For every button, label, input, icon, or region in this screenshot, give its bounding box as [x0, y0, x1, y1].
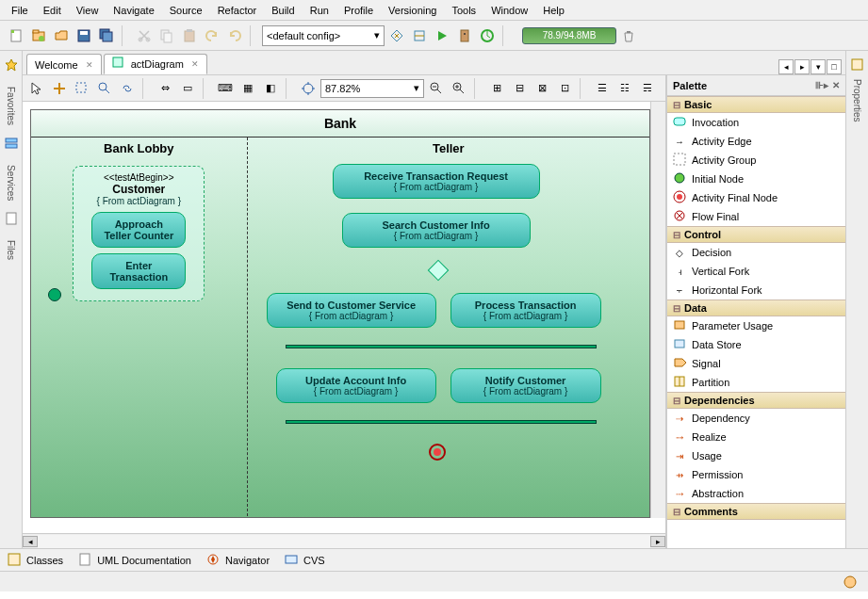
- lane-bank-lobby[interactable]: Bank Lobby <<testAtBegin>> Customer { Fr…: [31, 138, 248, 516]
- palette-group-control[interactable]: Control: [667, 226, 845, 243]
- palette-item-dependency[interactable]: ⇢Dependency: [667, 409, 845, 428]
- fork-bar-1[interactable]: [286, 345, 597, 348]
- palette-item-realize[interactable]: ⤍Realize: [667, 428, 845, 446]
- activity-notify[interactable]: Notify Customer { From actDiagram }: [450, 368, 601, 403]
- vertical-scrollbar[interactable]: [650, 102, 665, 518]
- memory-indicator[interactable]: 78.9/94.8MB: [522, 27, 616, 44]
- palette-item-partition[interactable]: Partition: [667, 373, 845, 392]
- pan-icon[interactable]: [49, 78, 70, 99]
- initial-node-icon[interactable]: [48, 288, 61, 301]
- rail-favorites[interactable]: Favorites: [6, 87, 16, 125]
- activity-update[interactable]: Update Account Info { From actDiagram }: [276, 368, 436, 403]
- tab-prev-icon[interactable]: ◂: [778, 59, 794, 74]
- palette-close-icon[interactable]: ✕: [832, 80, 840, 90]
- palette-item-activity-group[interactable]: Activity Group: [667, 151, 845, 170]
- lane-teller[interactable]: Teller Receive Transaction Request { Fro…: [248, 138, 649, 516]
- palette-item-permission[interactable]: ⇸Permission: [667, 465, 845, 484]
- bottom-navigator[interactable]: Navigator: [206, 553, 270, 568]
- status-icon[interactable]: [840, 572, 860, 592]
- customer-group[interactable]: <<testAtBegin>> Customer { From actDiagr…: [73, 166, 205, 301]
- run-icon[interactable]: [432, 25, 452, 46]
- paste-icon[interactable]: [179, 25, 200, 46]
- scroll-left-icon[interactable]: ◂: [23, 536, 38, 547]
- menu-window[interactable]: Window: [483, 2, 535, 19]
- cut-icon[interactable]: [134, 25, 155, 46]
- new-file-icon[interactable]: [6, 25, 26, 46]
- debug-icon[interactable]: [454, 25, 475, 46]
- save-icon[interactable]: [74, 25, 94, 46]
- files-icon[interactable]: [1, 208, 22, 229]
- palette-item-abstraction[interactable]: ⤏Abstraction: [667, 484, 845, 503]
- tab-list-icon[interactable]: ▾: [811, 59, 826, 74]
- palette-item-flow-final[interactable]: Flow Final: [667, 207, 845, 226]
- clean-build-icon[interactable]: [409, 25, 430, 46]
- zoom-combo[interactable]: 87.82% ▾: [320, 79, 424, 98]
- fit-page-icon[interactable]: ▭: [177, 78, 198, 99]
- palette-item-activity-final[interactable]: Activity Final Node: [667, 188, 845, 207]
- profile-icon[interactable]: [477, 25, 498, 46]
- menu-tools[interactable]: Tools: [444, 2, 483, 19]
- activity-process[interactable]: Process Transaction { From actDiagram }: [450, 293, 601, 328]
- tab-actdiagram[interactable]: actDiagram ✕: [104, 54, 207, 74]
- menu-build[interactable]: Build: [264, 2, 302, 19]
- layout4-icon[interactable]: ⊡: [554, 78, 575, 99]
- menu-edit[interactable]: Edit: [36, 2, 69, 19]
- activity-receive[interactable]: Receive Transaction Request { From actDi…: [333, 164, 540, 199]
- menu-help[interactable]: Help: [535, 2, 572, 19]
- tab-welcome[interactable]: Welcome ✕: [26, 54, 102, 74]
- open-icon[interactable]: [51, 25, 72, 46]
- menu-navigate[interactable]: Navigate: [106, 2, 161, 19]
- decision-node-icon[interactable]: [427, 260, 449, 282]
- layout3-icon[interactable]: ⊠: [532, 78, 552, 99]
- maximize-icon[interactable]: □: [827, 59, 842, 74]
- activity-final-node-icon[interactable]: [429, 444, 446, 461]
- palette-item-activity-edge[interactable]: →Activity Edge: [667, 132, 845, 151]
- menu-source[interactable]: Source: [162, 2, 210, 19]
- palette-item-vertical-fork[interactable]: ⫞Vertical Fork: [667, 262, 845, 281]
- palette-item-data-store[interactable]: Data Store: [667, 335, 845, 354]
- bottom-cvs[interactable]: CVS: [285, 553, 325, 568]
- palette-group-data[interactable]: Data: [667, 300, 845, 316]
- build-icon[interactable]: [386, 25, 407, 46]
- horizontal-scrollbar[interactable]: ◂ ▸: [23, 533, 665, 548]
- pointer-icon[interactable]: [26, 78, 47, 99]
- menu-versioning[interactable]: Versioning: [381, 2, 444, 19]
- favorites-icon[interactable]: [1, 55, 22, 75]
- menu-run[interactable]: Run: [303, 2, 336, 19]
- tab-next-icon[interactable]: ▸: [794, 59, 810, 74]
- link-icon[interactable]: [117, 78, 138, 99]
- relayout3-icon[interactable]: ☴: [637, 78, 658, 99]
- diagram-canvas[interactable]: Bank Bank Lobby <<testAtBegin>> Customer…: [30, 109, 650, 518]
- palette-item-horizontal-fork[interactable]: ⫟Horizontal Fork: [667, 281, 845, 300]
- close-icon[interactable]: ✕: [86, 60, 93, 70]
- undo-icon[interactable]: [202, 25, 222, 46]
- palette-group-dependencies[interactable]: Dependencies: [667, 392, 845, 409]
- palette-item-invocation[interactable]: Invocation: [667, 113, 845, 132]
- copy-icon[interactable]: [156, 25, 177, 46]
- menu-refactor[interactable]: Refactor: [210, 2, 265, 19]
- rail-properties[interactable]: Properties: [852, 79, 862, 122]
- interactive-zoom-icon[interactable]: [94, 78, 115, 99]
- relayout1-icon[interactable]: ☰: [592, 78, 613, 99]
- fit-width-icon[interactable]: ⇔: [155, 78, 175, 99]
- redo-icon[interactable]: [224, 25, 245, 46]
- export-image-icon[interactable]: ⌨: [215, 78, 236, 99]
- properties-icon[interactable]: [847, 55, 868, 75]
- relayout2-icon[interactable]: ☷: [614, 78, 635, 99]
- activity-send-cs[interactable]: Send to Customer Service { From actDiagr…: [267, 293, 436, 328]
- rail-services[interactable]: Services: [6, 165, 16, 201]
- services-icon[interactable]: [1, 133, 22, 154]
- layout2-icon[interactable]: ⊟: [509, 78, 530, 99]
- palette-group-basic[interactable]: Basic: [667, 96, 845, 113]
- scroll-right-icon[interactable]: ▸: [650, 536, 665, 547]
- close-icon[interactable]: ✕: [191, 59, 199, 69]
- save-all-icon[interactable]: [96, 25, 117, 46]
- zoom-out-icon[interactable]: [426, 78, 447, 99]
- menu-view[interactable]: View: [69, 2, 106, 19]
- menu-file[interactable]: File: [4, 2, 36, 19]
- menu-profile[interactable]: Profile: [336, 2, 381, 19]
- activity-approach[interactable]: Approach Teller Counter: [91, 212, 186, 248]
- bottom-classes[interactable]: Classes: [8, 553, 63, 568]
- layout1-icon[interactable]: ⊞: [486, 78, 507, 99]
- bottom-uml-doc[interactable]: UML Documentation: [78, 553, 191, 568]
